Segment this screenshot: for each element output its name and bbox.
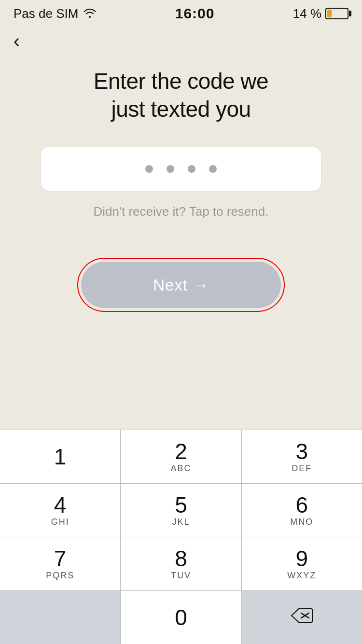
keypad-row-2: 4 GHI 5 JKL 6 MNO xyxy=(0,483,362,537)
key-empty xyxy=(0,591,121,644)
time-display: 16:00 xyxy=(175,5,215,22)
key-7-letters: PQRS xyxy=(46,571,74,581)
key-6-letters: MNO xyxy=(290,517,313,527)
key-0[interactable]: 0 xyxy=(121,591,241,644)
key-4-num: 4 xyxy=(54,494,67,516)
code-input[interactable] xyxy=(41,147,321,191)
next-button-wrapper: Next → xyxy=(77,258,285,312)
key-9-num: 9 xyxy=(296,547,308,570)
key-1[interactable]: 1 xyxy=(0,430,121,483)
key-4[interactable]: 4 GHI xyxy=(0,484,121,537)
key-8[interactable]: 8 TUV xyxy=(121,537,241,590)
back-button[interactable]: ‹ xyxy=(0,24,362,58)
key-5[interactable]: 5 JKL xyxy=(121,484,241,537)
key-6-num: 6 xyxy=(296,494,308,516)
key-3[interactable]: 3 DEF xyxy=(242,430,362,483)
key-2-letters: ABC xyxy=(170,463,191,474)
battery-info: 14 % xyxy=(293,6,348,21)
key-8-num: 8 xyxy=(175,547,187,570)
code-dot-3 xyxy=(188,165,195,173)
key-8-letters: TUV xyxy=(171,571,191,581)
key-delete[interactable] xyxy=(242,591,362,644)
page-title: Enter the code wejust texted you xyxy=(94,68,268,123)
key-1-num: 1 xyxy=(54,446,67,468)
carrier-info: Pas de SIM xyxy=(14,6,97,21)
delete-icon xyxy=(291,607,313,628)
key-9[interactable]: 9 WXYZ xyxy=(242,537,362,590)
status-bar: Pas de SIM 16:00 14 % xyxy=(0,0,362,24)
wifi-icon xyxy=(83,6,97,21)
key-5-letters: JKL xyxy=(172,517,190,527)
carrier-text: Pas de SIM xyxy=(14,6,78,21)
key-0-num: 0 xyxy=(175,606,187,629)
resend-link[interactable]: Didn't receive it? Tap to resend. xyxy=(94,204,269,219)
keypad-row-1: 1 2 ABC 3 DEF xyxy=(0,430,362,483)
code-dot-1 xyxy=(145,165,153,173)
key-2[interactable]: 2 ABC xyxy=(121,430,241,483)
key-3-num: 3 xyxy=(296,440,308,462)
code-dot-4 xyxy=(209,165,217,173)
keypad-row-3: 7 PQRS 8 TUV 9 WXYZ xyxy=(0,537,362,590)
code-dot-2 xyxy=(167,165,174,173)
key-3-letters: DEF xyxy=(292,463,312,474)
key-7-num: 7 xyxy=(54,547,67,570)
key-7[interactable]: 7 PQRS xyxy=(0,537,121,590)
key-5-num: 5 xyxy=(175,494,187,516)
keypad-row-4: 0 xyxy=(0,590,362,644)
key-2-num: 2 xyxy=(175,440,187,462)
numeric-keypad: 1 2 ABC 3 DEF 4 GHI 5 JKL 6 MNO 7 PQRS xyxy=(0,430,362,644)
battery-percentage: 14 % xyxy=(293,6,321,21)
next-button[interactable]: Next → xyxy=(81,262,281,308)
key-4-letters: GHI xyxy=(51,517,70,527)
back-chevron-icon[interactable]: ‹ xyxy=(14,31,20,51)
key-9-letters: WXYZ xyxy=(287,571,316,581)
battery-icon xyxy=(325,8,348,19)
main-content: Enter the code wejust texted you Didn't … xyxy=(0,58,362,430)
key-6[interactable]: 6 MNO xyxy=(242,484,362,537)
